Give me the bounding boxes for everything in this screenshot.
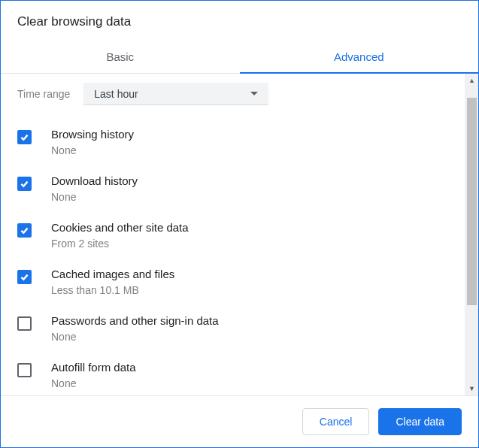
checkbox[interactable]: [17, 316, 32, 331]
cancel-button-label: Cancel: [320, 416, 353, 428]
tab-basic[interactable]: Basic: [1, 41, 240, 73]
item-sublabel: From 2 sites: [51, 238, 189, 250]
tab-basic-label: Basic: [106, 50, 134, 63]
time-range-value: Last hour: [94, 88, 138, 100]
clear-data-button[interactable]: Clear data: [378, 408, 462, 435]
item-sublabel: None: [51, 331, 219, 343]
item-label: Passwords and other sign-in data: [51, 314, 219, 327]
caret-down-icon: [250, 92, 258, 95]
list-item: Browsing historyNone: [17, 122, 465, 164]
item-texts: Passwords and other sign-in dataNone: [51, 314, 219, 343]
item-label: Download history: [51, 174, 138, 187]
dialog-footer: Cancel Clear data: [1, 396, 478, 447]
tab-advanced-label: Advanced: [334, 50, 384, 63]
item-label: Autofill form data: [51, 361, 136, 374]
checkbox[interactable]: [17, 223, 32, 238]
time-range-label: Time range: [17, 88, 70, 100]
list-item: Cached images and filesLess than 10.1 MB: [17, 262, 465, 304]
dialog-title: Clear browsing data: [17, 14, 462, 29]
item-label: Browsing history: [51, 128, 134, 141]
checkbox[interactable]: [17, 177, 32, 191]
item-sublabel: None: [51, 377, 136, 389]
item-texts: Cookies and other site dataFrom 2 sites: [51, 221, 189, 250]
dialog-header: Clear browsing data: [1, 1, 478, 41]
item-texts: Browsing historyNone: [51, 128, 134, 156]
checkbox[interactable]: [17, 363, 32, 377]
cancel-button[interactable]: Cancel: [302, 408, 370, 435]
time-range-select[interactable]: Last hour: [83, 83, 268, 105]
item-texts: Autofill form dataNone: [51, 361, 136, 389]
clear-browsing-data-dialog: Clear browsing data Basic Advanced Time …: [0, 0, 479, 448]
scroll-down-icon[interactable]: ▼: [465, 382, 478, 395]
tab-advanced[interactable]: Advanced: [240, 41, 479, 73]
list-item: Cookies and other site dataFrom 2 sites: [17, 215, 465, 257]
item-sublabel: Less than 10.1 MB: [51, 284, 174, 296]
scrollbar[interactable]: ▲ ▼: [465, 74, 478, 395]
item-label: Cached images and files: [51, 268, 174, 280]
tab-bar: Basic Advanced: [1, 41, 478, 74]
list-item: Download historyNone: [17, 168, 465, 210]
scroll-up-icon[interactable]: ▲: [465, 74, 478, 87]
item-sublabel: None: [51, 191, 138, 203]
time-range-row: Time range Last hour: [17, 83, 465, 105]
checkbox[interactable]: [17, 270, 32, 284]
item-sublabel: None: [51, 144, 134, 156]
data-type-list: Browsing historyNoneDownload historyNone…: [17, 122, 465, 395]
list-item: Passwords and other sign-in dataNone: [17, 308, 465, 350]
list-item: Autofill form dataNone: [17, 355, 465, 395]
dialog-body: Time range Last hour Browsing historyNon…: [1, 74, 478, 396]
item-label: Cookies and other site data: [51, 221, 189, 234]
item-texts: Download historyNone: [51, 174, 138, 203]
content-area: Time range Last hour Browsing historyNon…: [1, 74, 465, 395]
scroll-thumb[interactable]: [467, 98, 477, 305]
item-texts: Cached images and filesLess than 10.1 MB: [51, 268, 174, 296]
clear-data-button-label: Clear data: [396, 416, 444, 428]
checkbox[interactable]: [17, 130, 32, 144]
